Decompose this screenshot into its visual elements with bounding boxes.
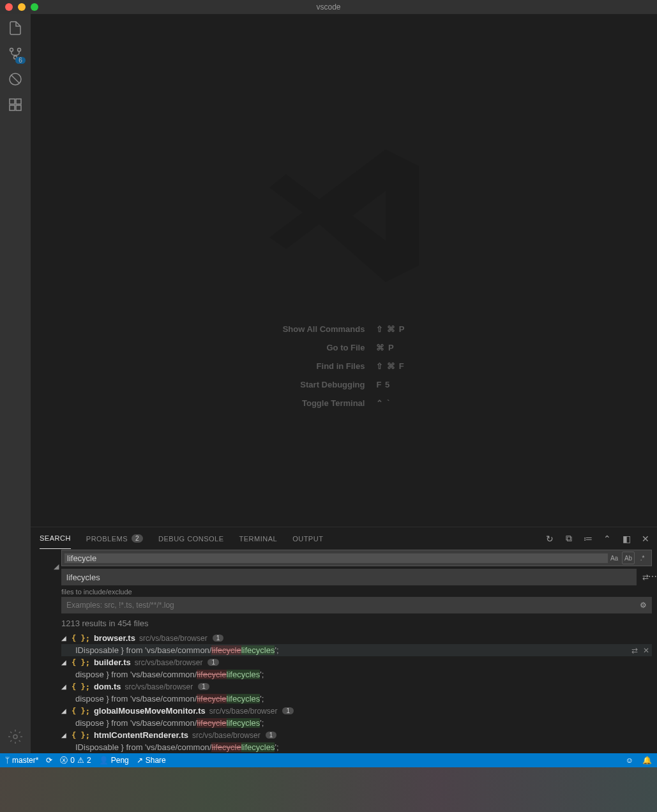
- file-name: dom.ts: [94, 682, 121, 691]
- sync-icon[interactable]: ⟳: [46, 756, 52, 765]
- search-input-row: Aa Ab .*: [61, 550, 652, 566]
- file-name: builder.ts: [94, 658, 131, 667]
- file-icon: { };: [72, 682, 90, 691]
- file-icon: { };: [72, 731, 90, 740]
- line-text: IDisposable } from 'vs/base/common/lifec…: [75, 742, 279, 752]
- clear-icon[interactable]: ≔: [583, 534, 593, 544]
- result-file[interactable]: ◢ { }; dom.ts src/vs/base/browser 1: [61, 680, 652, 693]
- match-count-badge: 1: [208, 659, 219, 666]
- explorer-icon[interactable]: [6, 19, 24, 37]
- replace-input[interactable]: [64, 573, 634, 582]
- panel-tabs: SEARCH PROBLEMS 2 DEBUG CONSOLE TERMINAL…: [31, 527, 657, 550]
- git-branch[interactable]: ᛘ master*: [5, 756, 38, 765]
- file-icon: { };: [72, 658, 90, 667]
- problems-status[interactable]: ⓧ 0 ⚠ 2: [60, 755, 91, 766]
- main-container: 6 Show All Commands⇧ ⌘ PGo to File⌘ PFin…: [0, 14, 657, 753]
- close-panel-icon[interactable]: ✕: [640, 534, 651, 544]
- share-label: Share: [146, 756, 166, 765]
- result-line[interactable]: dispose } from 'vs/base/common/lifecycle…: [61, 717, 652, 729]
- search-input[interactable]: [64, 553, 608, 563]
- tab-output[interactable]: OUTPUT: [292, 529, 323, 549]
- result-file[interactable]: ◢ { }; builder.ts src/vs/base/browser 1: [61, 656, 652, 668]
- bell-icon[interactable]: 🔔: [642, 756, 652, 765]
- error-icon: ⓧ: [60, 755, 68, 766]
- match-count-badge: 1: [213, 635, 224, 642]
- tip-label: Show All Commands: [283, 324, 365, 334]
- match-case-icon[interactable]: Aa: [608, 552, 621, 564]
- line-text: IDisposable } from 'vs/base/common/lifec…: [75, 645, 279, 655]
- settings-gear-icon[interactable]: [6, 728, 24, 746]
- branch-name: master*: [12, 756, 38, 765]
- file-path: src/vs/base/browser: [125, 682, 193, 691]
- use-exclude-settings-icon[interactable]: ⚙: [637, 601, 649, 610]
- tip-label: Toggle Terminal: [283, 398, 365, 408]
- debug-icon[interactable]: [6, 70, 24, 88]
- toggle-replace-icon[interactable]: ◢: [54, 562, 59, 571]
- tab-debug-console[interactable]: DEBUG CONSOLE: [158, 529, 223, 549]
- file-name: globalMouseMoveMonitor.ts: [94, 706, 206, 716]
- result-line[interactable]: IDisposable } from 'vs/base/common/lifec…: [61, 741, 652, 753]
- maximize-window-button[interactable]: [31, 3, 38, 11]
- file-path: src/vs/base/browser: [139, 634, 208, 643]
- tip-label: Go to File: [283, 343, 365, 352]
- more-options-icon[interactable]: ⋯: [648, 571, 657, 582]
- tab-search[interactable]: SEARCH: [40, 528, 71, 549]
- refresh-icon[interactable]: ↻: [545, 534, 555, 544]
- problems-badge: 2: [132, 534, 143, 543]
- twisty-icon: ◢: [61, 659, 68, 666]
- match-word-icon[interactable]: Ab: [622, 552, 635, 564]
- match-count-badge: 1: [282, 707, 294, 714]
- tip-shortcut: ⌃ `: [376, 398, 405, 408]
- regex-icon[interactable]: .*: [636, 552, 649, 564]
- replace-input-row: [61, 569, 637, 585]
- layout-icon[interactable]: ◧: [621, 534, 631, 544]
- svg-point-1: [18, 49, 21, 52]
- traffic-lights: [5, 3, 38, 11]
- feedback-icon[interactable]: ☺: [626, 756, 633, 765]
- statusbar: ᛘ master* ⟳ ⓧ 0 ⚠ 2 👤 Peng ↗ Share ☺ 🔔: [0, 753, 657, 767]
- result-line[interactable]: dispose } from 'vs/base/common/lifecycle…: [61, 668, 652, 680]
- include-input[interactable]: [64, 601, 637, 610]
- result-line[interactable]: IDisposable } from 'vs/base/common/lifec…: [61, 644, 652, 656]
- replace-one-icon[interactable]: ⇄: [631, 646, 638, 655]
- file-path: src/vs/base/browser: [135, 658, 203, 667]
- desktop-background-strip: [0, 767, 657, 812]
- vscode-logo-icon: [261, 133, 427, 299]
- file-path: src/vs/base/browser: [192, 731, 261, 740]
- file-name: browser.ts: [94, 633, 135, 643]
- search-body: ◢ Aa Ab .* ⇄ ⋯ files to include/ex: [31, 550, 657, 753]
- result-file[interactable]: ◢ { }; browser.ts src/vs/base/browser 1: [61, 632, 652, 644]
- svg-point-8: [13, 735, 17, 739]
- extensions-icon[interactable]: [6, 96, 24, 114]
- source-control-icon[interactable]: 6: [6, 45, 24, 63]
- status-right: ☺ 🔔: [626, 756, 652, 765]
- collapse-icon[interactable]: ⧉: [564, 534, 574, 544]
- scm-badge: 6: [15, 57, 26, 64]
- chevron-up-icon[interactable]: ⌃: [602, 534, 612, 544]
- svg-rect-6: [10, 105, 15, 110]
- tip-shortcut: ⇧ ⌘ P: [376, 324, 405, 334]
- tab-terminal[interactable]: TERMINAL: [239, 529, 278, 549]
- tab-problems[interactable]: PROBLEMS 2: [86, 528, 143, 549]
- activity-bar: 6: [0, 14, 31, 753]
- liveshare-user[interactable]: 👤 Peng: [99, 756, 129, 765]
- result-file[interactable]: ◢ { }; htmlContentRenderer.ts src/vs/bas…: [61, 729, 652, 741]
- tab-problems-label: PROBLEMS: [86, 535, 128, 543]
- twisty-icon: ◢: [61, 635, 68, 642]
- line-text: dispose } from 'vs/base/common/lifecycle…: [75, 670, 264, 679]
- user-name: Peng: [111, 756, 129, 765]
- result-line[interactable]: dispose } from 'vs/base/common/lifecycle…: [61, 693, 652, 705]
- result-file[interactable]: ◢ { }; globalMouseMoveMonitor.ts src/vs/…: [61, 705, 652, 717]
- watermark-tips: Show All Commands⇧ ⌘ PGo to File⌘ PFind …: [283, 324, 405, 408]
- branch-icon: ᛘ: [5, 756, 10, 765]
- share-button[interactable]: ↗ Share: [137, 756, 166, 765]
- svg-rect-4: [10, 99, 15, 104]
- minimize-window-button[interactable]: [18, 3, 26, 11]
- dismiss-icon[interactable]: ✕: [643, 646, 649, 655]
- results-list: ◢ { }; browser.ts src/vs/base/browser 1I…: [61, 632, 652, 753]
- tip-label: Start Debugging: [283, 380, 365, 389]
- close-window-button[interactable]: [5, 3, 13, 11]
- warning-icon: ⚠: [77, 756, 84, 765]
- file-icon: { };: [72, 707, 90, 716]
- twisty-icon: ◢: [61, 683, 68, 690]
